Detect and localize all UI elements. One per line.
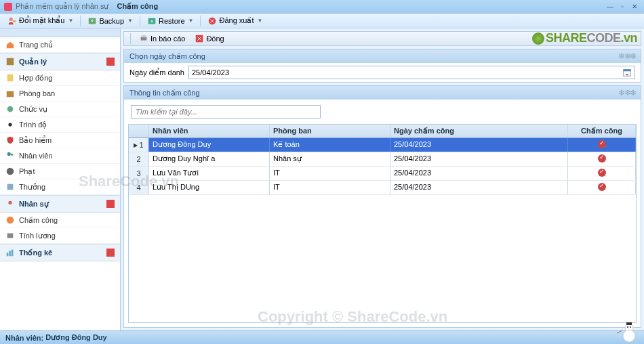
- department-icon: [5, 89, 15, 98]
- col-check[interactable]: Chấm công: [568, 125, 636, 137]
- user-key-icon: [7, 16, 17, 26]
- attendance-date-input[interactable]: [192, 68, 622, 77]
- calendar-dropdown-icon[interactable]: [622, 68, 632, 77]
- attendance-grid: Nhân viên Phòng ban Ngày chấm công Chấm …: [128, 124, 637, 323]
- svg-rect-27: [626, 322, 632, 325]
- svg-rect-19: [12, 250, 14, 257]
- svg-rect-18: [9, 251, 11, 256]
- app-title: Phần mềm quản lý nhân sự: [16, 2, 108, 11]
- employee-icon: [5, 151, 15, 160]
- check-icon[interactable]: [598, 140, 606, 148]
- table-row[interactable]: ▶1 Dương Đông Duy Kế toán 25/04/2023: [129, 138, 636, 152]
- svg-point-28: [627, 326, 628, 328]
- titlebar: Phần mềm quản lý nhân sự Chấm công — ▫ ✕: [0, 0, 644, 14]
- change-password-button[interactable]: Đổi mật khẩu▼: [4, 15, 77, 27]
- table-row[interactable]: 4 Lưu Thị DUng IT 25/04/2023: [129, 181, 636, 195]
- close-button[interactable]: ✕: [629, 2, 640, 12]
- sidebar-item-trinhdo[interactable]: Trình độ: [0, 117, 120, 133]
- logout-button[interactable]: Đăng xuất▼: [204, 15, 266, 27]
- svg-rect-21: [142, 35, 145, 38]
- group-badge-icon: [106, 249, 115, 257]
- col-name[interactable]: Nhân viên: [149, 125, 270, 137]
- check-icon[interactable]: [598, 183, 606, 191]
- status-label: Nhân viên:: [5, 334, 43, 342]
- snowflake-deco-icon: ❄ ❄❄: [618, 88, 635, 98]
- insurance-icon: [5, 135, 15, 145]
- level-icon: [5, 120, 15, 129]
- svg-rect-6: [7, 74, 14, 82]
- svg-point-12: [7, 168, 14, 175]
- svg-point-14: [8, 201, 12, 205]
- sidebar-header: [0, 28, 120, 37]
- sidebar-item-tinhluong[interactable]: Tính lương: [0, 228, 120, 244]
- svg-rect-7: [7, 91, 14, 98]
- group-badge-icon: [106, 58, 115, 66]
- sidebar-group-nhansu[interactable]: Nhân sự: [0, 195, 120, 213]
- date-label: Ngày điểm danh: [129, 68, 184, 77]
- svg-rect-5: [7, 58, 14, 66]
- backup-button[interactable]: Backup▼: [84, 15, 136, 27]
- app-icon: [4, 3, 12, 11]
- col-date[interactable]: Ngày chấm công: [390, 125, 568, 137]
- status-value: Dương Đông Duy: [45, 333, 106, 342]
- sharecode-logo: SHARECODE.vn: [532, 31, 637, 45]
- home-icon: [5, 40, 15, 49]
- close-icon: [195, 34, 204, 43]
- col-rownum[interactable]: [129, 125, 149, 137]
- svg-point-9: [8, 123, 12, 126]
- sidebar-item-phat[interactable]: Phạt: [0, 164, 120, 179]
- svg-point-29: [630, 326, 631, 328]
- svg-point-11: [11, 154, 14, 156]
- svg-rect-13: [7, 184, 14, 190]
- sidebar-item-home[interactable]: Trang chủ: [0, 37, 120, 53]
- svg-point-15: [7, 217, 14, 224]
- sidebar-item-baohiem[interactable]: Bảo hiểm: [0, 133, 120, 148]
- snowman-icon: [610, 320, 637, 344]
- group-badge-icon: [106, 200, 115, 208]
- info-panel-title: Thông tin chấm công❄ ❄❄: [124, 86, 641, 100]
- hr-icon: [5, 199, 15, 209]
- sidebar-group-thongke[interactable]: Thống kê: [0, 244, 120, 261]
- svg-rect-24: [624, 70, 631, 72]
- search-input[interactable]: [136, 108, 316, 116]
- sidebar-item-chucvu[interactable]: Chức vụ: [0, 102, 120, 117]
- bonus-icon: [5, 182, 15, 192]
- date-panel-title: Chọn ngày chấm công❄ ❄❄: [124, 49, 641, 63]
- salary-icon: [5, 231, 15, 240]
- close-label: Đóng: [206, 35, 224, 43]
- table-row[interactable]: 3 Lưu Văn Tươi IT 25/04/2023: [129, 167, 636, 181]
- restore-button[interactable]: Restore▼: [144, 15, 197, 27]
- sidebar-group-quanly[interactable]: Quản lý: [0, 53, 120, 70]
- info-panel: Thông tin chấm công❄ ❄❄ Nhân viên Phòng …: [123, 85, 641, 328]
- sidebar-item-chamcong[interactable]: Chấm công: [0, 213, 120, 228]
- maximize-button[interactable]: ▫: [617, 2, 628, 12]
- attendance-icon: [5, 215, 15, 225]
- logout-label: Đăng xuất: [219, 16, 254, 25]
- sidebar-item-phongban[interactable]: Phòng ban: [0, 86, 120, 102]
- svg-rect-1: [13, 20, 16, 22]
- svg-point-26: [623, 330, 635, 342]
- close-panel-button[interactable]: Đóng: [191, 33, 227, 45]
- date-input-wrapper: [188, 66, 635, 79]
- sidebar-item-thuong[interactable]: Thưởng: [0, 179, 120, 195]
- logout-icon: [207, 16, 217, 26]
- grid-header: Nhân viên Phòng ban Ngày chấm công Chấm …: [129, 125, 636, 138]
- contract-icon: [5, 73, 15, 83]
- check-icon[interactable]: [598, 169, 606, 177]
- penalty-icon: [5, 167, 15, 176]
- print-label: In báo cáo: [150, 35, 185, 43]
- sidebar-item-hopdong[interactable]: Hợp đồng: [0, 70, 120, 86]
- print-report-button[interactable]: In báo cáo: [136, 33, 188, 45]
- active-tab-title: Chấm công: [117, 2, 158, 11]
- position-icon: [5, 104, 15, 114]
- main-toolbar: Đổi mật khẩu▼ Backup▼ Restore▼ Đăng xuất…: [0, 14, 644, 28]
- check-icon[interactable]: [598, 154, 606, 163]
- table-row[interactable]: 2 Dương Duy Nghĩ a Nhân sự 25/04/2023: [129, 152, 636, 167]
- row-indicator: ▶1: [129, 138, 149, 152]
- sidebar-item-nhanvien[interactable]: Nhân viên: [0, 148, 120, 164]
- svg-rect-17: [7, 253, 9, 256]
- col-dept[interactable]: Phòng ban: [270, 125, 390, 137]
- stats-icon: [5, 248, 15, 257]
- minimize-button[interactable]: —: [605, 2, 616, 12]
- restore-label: Restore: [159, 17, 185, 25]
